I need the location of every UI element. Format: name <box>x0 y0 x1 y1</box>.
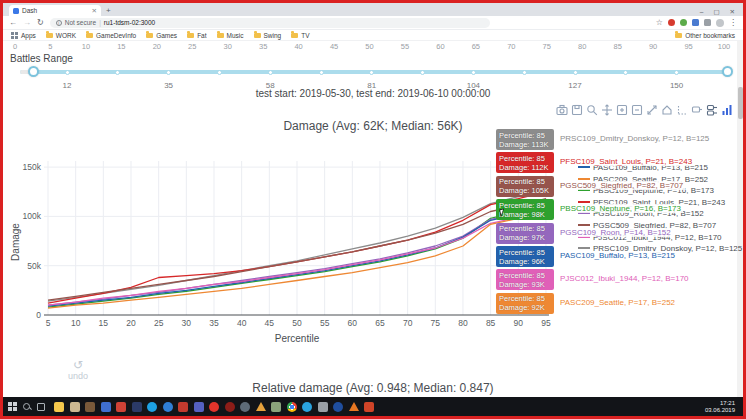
taskbar-app-gray-small-app[interactable] <box>318 402 328 412</box>
taskbar-app-teal-app[interactable] <box>302 402 312 412</box>
page-content: 0510152025303540455055606570758085909510… <box>3 41 743 397</box>
window-minimize-button[interactable]: – <box>700 8 704 16</box>
taskbar-app-red-editor-app[interactable] <box>178 402 188 412</box>
taskbar-app-blue-circle-app[interactable] <box>163 402 173 412</box>
bookmark-games[interactable]: Games <box>146 32 177 39</box>
ruler-tick-label: 30 <box>224 42 232 51</box>
modebar-autoscale-button[interactable] <box>646 104 658 116</box>
window-close-button[interactable]: ✕ <box>730 8 735 16</box>
profile-avatar[interactable] <box>716 19 724 27</box>
tab-close-icon[interactable]: ✕ <box>92 7 97 15</box>
modebar-show-closest-on-hover-button[interactable] <box>691 104 703 116</box>
taskbar-app-vlc[interactable] <box>349 402 359 411</box>
other-bookmarks-folder-icon <box>675 33 682 38</box>
taskbar-app-gray-ball-app[interactable] <box>240 402 250 412</box>
taskbar-search-icon[interactable] <box>23 403 31 411</box>
taskbar-app-warning-triangle-app[interactable] <box>256 402 266 411</box>
folder-icon <box>146 33 153 38</box>
bookmark-music[interactable]: Music <box>217 32 244 39</box>
taskbar-app-red-blue-app[interactable] <box>116 402 126 412</box>
modebar-download-plot-camera-button[interactable] <box>556 104 568 116</box>
taskbar-app-red-circle-app[interactable] <box>209 402 219 412</box>
bookmark-label: WORK <box>56 32 76 39</box>
taskbar-app-p3-app[interactable] <box>364 402 374 412</box>
modebar-zoom-out-button[interactable] <box>631 104 643 116</box>
extension-adblock-icon[interactable] <box>668 19 675 26</box>
extension-camera-icon[interactable] <box>704 19 711 26</box>
site-info-icon[interactable]: i <box>56 20 62 26</box>
modebar-compare-data-on-hover-button[interactable] <box>706 104 718 116</box>
taskbar-app-purple-app[interactable] <box>194 402 204 412</box>
hover-trace-name: PRSC109_Dmitry_Donskoy, P=12, B=125 <box>558 134 711 143</box>
damage-chart-title: Damage (Avg: 62K; Median: 56K) <box>3 119 743 133</box>
battles-range-slider-handle-left[interactable] <box>28 66 39 77</box>
browser-menu-icon[interactable]: ⋮ <box>729 18 737 27</box>
folder-icon <box>291 33 298 38</box>
damage-line-chart[interactable]: 050k100k150k5101520253035404550556065707… <box>10 147 555 352</box>
hover-value-text: Damage: 98K <box>499 210 551 219</box>
taskbar-app-dark-red-app[interactable] <box>225 402 235 412</box>
taskbar-app-sage-app[interactable] <box>271 402 281 412</box>
battles-range-slider-handle-right[interactable] <box>722 66 733 77</box>
task-view-icon[interactable] <box>37 403 45 411</box>
browser-tab[interactable]: Dash ✕ <box>9 5 101 16</box>
slider-tick-dot <box>166 70 171 75</box>
bookmark-tv[interactable]: TV <box>291 32 309 39</box>
bookmark-fat[interactable]: Fat <box>187 32 206 39</box>
bookmark-label: TV <box>301 32 309 39</box>
zoom-icon <box>586 104 598 116</box>
ruler-tick-label: 70 <box>507 42 515 51</box>
reload-icon[interactable]: ↻ <box>37 18 44 27</box>
bookmark-swing[interactable]: Swing <box>254 32 282 39</box>
bookmark-work[interactable]: WORK <box>46 32 76 39</box>
window-maximize-button[interactable]: ▢ <box>713 8 719 16</box>
taskbar-app-chrome[interactable] <box>287 402 297 412</box>
taskbar-app-archive-app[interactable] <box>70 402 80 412</box>
extension-grid-icon[interactable] <box>692 19 699 26</box>
scrollbar-thumb[interactable] <box>738 87 743 119</box>
taskbar-app-blue-app[interactable] <box>101 402 111 412</box>
modebar-pan-button[interactable] <box>601 104 613 116</box>
address-bar[interactable]: i Not secure | ru1-tdsm-02:3000 <box>50 18 490 28</box>
new-tab-button[interactable]: + <box>106 5 111 16</box>
modebar-plotly-logo-icon[interactable] <box>721 104 733 116</box>
x-tick-label: 70 <box>403 318 413 328</box>
start-button[interactable] <box>8 402 17 411</box>
apps-grid-icon <box>11 32 18 39</box>
hover-label-box: Percentile: 85Damage: 97K <box>496 223 554 244</box>
x-axis-title: Percentile <box>275 333 320 344</box>
modebar-zoom-in-button[interactable] <box>616 104 628 116</box>
x-tick-label: 10 <box>71 318 81 328</box>
modebar-zoom-button[interactable] <box>586 104 598 116</box>
page-scrollbar[interactable] <box>737 41 743 397</box>
modebar-reset-axes-button[interactable] <box>661 104 673 116</box>
hover-x-text: Percentile: 85 <box>499 248 551 257</box>
extension-green-icon[interactable] <box>680 19 687 26</box>
hover-trace-name: PGSC509_Siegfried, P=82, B=707 <box>558 181 685 190</box>
plotly-logo-icon <box>721 104 733 116</box>
back-icon[interactable]: ← <box>9 18 17 27</box>
toggle-spike-lines-icon <box>676 104 688 116</box>
bookmark-gamedevinfo[interactable]: GameDevInfo <box>86 32 136 39</box>
screen: Dash ✕ + – ▢ ✕ ← → ↻ i Not secure | ru1-… <box>0 0 746 419</box>
bookmark-apps[interactable]: Apps <box>11 32 36 39</box>
taskbar-app-skype[interactable] <box>147 402 157 412</box>
hover-trace-name: PBSC109_Neptune, P=16, B=173 <box>558 204 683 213</box>
forward-icon[interactable]: → <box>23 18 31 27</box>
bookmark-star-icon[interactable]: ☆ <box>656 18 663 27</box>
taskbar-clock[interactable]: 17:21 03.06.2019 <box>705 400 738 414</box>
windows-taskbar: 17:21 03.06.2019 <box>3 397 743 416</box>
taskbar-app-blue-q-app[interactable] <box>333 402 343 412</box>
modebar-save-snapshot-button[interactable] <box>571 104 583 116</box>
taskbar-app-file-explorer[interactable] <box>54 402 64 412</box>
legend-swatch <box>578 247 590 249</box>
tab-title: Dash <box>22 7 37 14</box>
other-bookmarks-label[interactable]: Other bookmarks <box>685 32 735 39</box>
taskbar-app-briefcase-app[interactable] <box>85 402 95 412</box>
undo-button[interactable]: ↺ undo <box>51 359 105 381</box>
modebar-toggle-spike-lines-button[interactable] <box>676 104 688 116</box>
taskbar-app-navy-app[interactable] <box>132 402 142 412</box>
slider-tick-dot <box>115 70 120 75</box>
folder-icon <box>187 33 194 38</box>
tab-favicon <box>13 8 19 14</box>
